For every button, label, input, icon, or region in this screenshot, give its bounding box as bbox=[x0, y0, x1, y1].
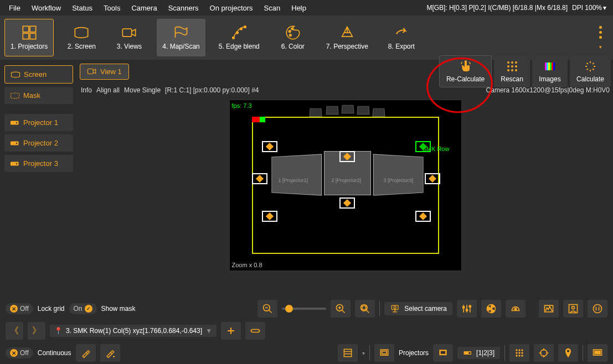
info-link[interactable]: Info bbox=[81, 86, 92, 94]
projector-icon bbox=[10, 160, 20, 168]
zoom-out-button[interactable] bbox=[257, 300, 277, 318]
sidebar-projector-2[interactable]: Projector 2 bbox=[4, 134, 73, 152]
palette-icon bbox=[285, 25, 301, 40]
pause-button[interactable] bbox=[588, 300, 607, 318]
step-mapscan[interactable]: 4. Map/Scan bbox=[157, 19, 205, 56]
step-export[interactable]: 8. Export bbox=[382, 19, 421, 56]
continuous-off-toggle[interactable]: ✕Off bbox=[6, 347, 33, 358]
prev-button[interactable]: 《 bbox=[6, 322, 23, 340]
menu-status[interactable]: Status bbox=[66, 2, 98, 14]
menu-file[interactable]: File bbox=[3, 2, 26, 14]
hammer-down-button[interactable] bbox=[100, 344, 120, 362]
control-point[interactable] bbox=[339, 151, 355, 162]
svg-rect-43 bbox=[362, 306, 366, 310]
point-selector[interactable]: 📍 3. SMK Row(1) Col(5) xyz[1.766,0.684,-… bbox=[50, 325, 217, 337]
sidebar-mask[interactable]: Mask bbox=[4, 87, 73, 104]
svg-point-5 bbox=[233, 37, 235, 39]
menu-camera[interactable]: Camera bbox=[126, 2, 162, 14]
step-screen[interactable]: 2. Screen bbox=[61, 19, 101, 56]
link-button[interactable] bbox=[245, 322, 265, 340]
camera-icon bbox=[87, 67, 97, 75]
control-point[interactable] bbox=[339, 197, 355, 209]
projector-123-button[interactable]: [1|2|3] bbox=[457, 347, 500, 359]
more-menu-button[interactable]: ▾ bbox=[593, 19, 609, 56]
svg-point-75 bbox=[516, 349, 517, 351]
crosshair-button[interactable] bbox=[534, 344, 554, 362]
menu-help[interactable]: Help bbox=[286, 2, 312, 14]
svg-point-21 bbox=[515, 61, 517, 64]
screen-frame-button[interactable] bbox=[588, 344, 607, 362]
step-projectors[interactable]: 1. Projectors bbox=[4, 19, 54, 56]
menu-tools[interactable]: Tools bbox=[98, 2, 126, 14]
svg-point-79 bbox=[518, 352, 520, 353]
step-edgeblend[interactable]: 5. Edge blend bbox=[213, 19, 265, 56]
step-views[interactable]: 3. Views bbox=[109, 19, 149, 56]
svg-rect-66 bbox=[344, 349, 351, 356]
control-point[interactable] bbox=[262, 211, 277, 222]
fill-view-button[interactable] bbox=[433, 344, 453, 362]
sidebar-screen[interactable]: Screen bbox=[4, 65, 73, 84]
portrait-button[interactable] bbox=[563, 300, 583, 318]
grid-off-toggle[interactable]: ✕Off bbox=[6, 303, 33, 314]
control-point[interactable] bbox=[262, 141, 277, 152]
control-point[interactable] bbox=[425, 173, 440, 184]
proj-label-2: 2 [Projector2] bbox=[332, 178, 362, 183]
svg-point-52 bbox=[466, 309, 467, 311]
svg-point-80 bbox=[521, 352, 523, 353]
menu-scanners[interactable]: Scanners bbox=[163, 2, 204, 14]
show-mask-label: Show mask bbox=[101, 305, 136, 313]
svg-point-9 bbox=[289, 30, 291, 33]
left-sidebar: Screen Mask Projector 1 Projector 2 Proj… bbox=[0, 60, 78, 314]
control-point-active[interactable] bbox=[415, 141, 431, 152]
svg-rect-72 bbox=[441, 351, 445, 354]
viewport[interactable]: fps: 7.3 Zoom x 0.8 1 [Projector1] 2 [Pr… bbox=[229, 100, 462, 271]
next-button[interactable]: 》 bbox=[28, 322, 45, 340]
grid-dots-button[interactable] bbox=[509, 344, 529, 362]
svg-rect-91 bbox=[595, 351, 600, 354]
perspective-cone-icon bbox=[339, 25, 355, 40]
select-camera-button[interactable]: Select camera bbox=[384, 302, 452, 315]
align-all-link[interactable]: Align all bbox=[96, 86, 120, 94]
histogram-button[interactable] bbox=[539, 300, 559, 318]
menu-scan[interactable]: Scan bbox=[259, 2, 286, 14]
control-point[interactable] bbox=[252, 173, 267, 184]
projector-icon bbox=[10, 119, 20, 127]
outline-view-button[interactable] bbox=[374, 344, 394, 362]
dpi-selector[interactable]: DPI 100% ▾ bbox=[572, 4, 610, 12]
add-point-button[interactable] bbox=[221, 322, 241, 340]
svg-point-17 bbox=[16, 163, 18, 165]
menu-workflow[interactable]: Workflow bbox=[26, 2, 66, 14]
dome-button[interactable] bbox=[506, 300, 526, 318]
chevron-down-icon: ▾ bbox=[599, 44, 602, 50]
svg-point-77 bbox=[521, 349, 523, 351]
svg-point-13 bbox=[16, 122, 18, 124]
projectors-grid-icon bbox=[22, 25, 37, 40]
step-color[interactable]: 6. Color bbox=[273, 19, 313, 56]
recalculate-button[interactable]: Re-Calculate bbox=[439, 55, 492, 87]
svg-point-24 bbox=[515, 65, 517, 67]
move-single-link[interactable]: Move Single bbox=[124, 86, 161, 94]
memory-status: M[GB]: H[0.3] P[0.2] I(C/MB) [6/18.8 |Mx… bbox=[426, 4, 572, 12]
list-view-button[interactable] bbox=[338, 344, 358, 362]
mask-on-toggle[interactable]: On✓ bbox=[69, 303, 97, 314]
hammer-button[interactable] bbox=[76, 344, 96, 362]
chevron-down-icon[interactable]: ▾ bbox=[362, 350, 365, 356]
svg-rect-2 bbox=[23, 33, 29, 39]
zoom-slider[interactable] bbox=[282, 308, 326, 310]
svg-point-11 bbox=[289, 34, 291, 37]
settings-button[interactable] bbox=[457, 300, 477, 318]
bottom-row-3: ✕Off Continuous ▾ Projectors [1|2|3] bbox=[0, 342, 613, 364]
location-button[interactable] bbox=[558, 344, 578, 362]
view-tab-1[interactable]: View 1 bbox=[80, 64, 129, 80]
sidebar-projector-3[interactable]: Projector 3 bbox=[4, 155, 73, 172]
control-point[interactable] bbox=[415, 211, 431, 222]
step-perspective[interactable]: 7. Perspective bbox=[321, 19, 374, 56]
zoom-in-button[interactable] bbox=[331, 300, 351, 318]
svg-point-27 bbox=[515, 69, 517, 71]
zoom-fit-button[interactable] bbox=[355, 300, 375, 318]
svg-point-25 bbox=[507, 69, 509, 71]
menu-onprojectors[interactable]: On projectors bbox=[204, 2, 259, 14]
chevron-down-icon: ▾ bbox=[603, 4, 606, 12]
sidebar-projector-1[interactable]: Projector 1 bbox=[4, 114, 73, 131]
hazard-button[interactable] bbox=[481, 300, 501, 318]
